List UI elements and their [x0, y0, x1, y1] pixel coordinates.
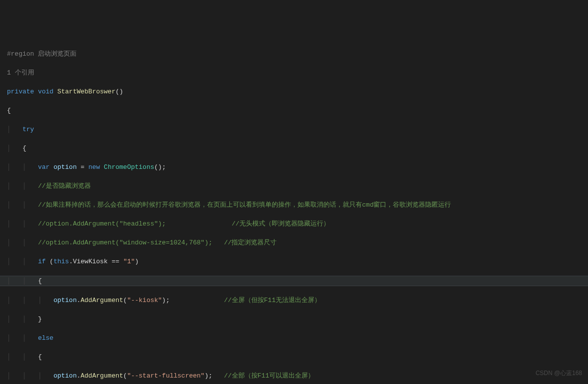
line-option-decl: │ │ var option = new ChromeOptions(); [0, 162, 588, 172]
line-if-brace: │ │ { [0, 276, 588, 286]
line-region: #region 启动浏览页面 [0, 49, 588, 59]
line-else: │ │ else [0, 333, 588, 343]
line-if-close: │ │ } [0, 314, 588, 324]
line-comment-headless: │ │ //option.AddArgument("headless"); //… [0, 219, 588, 229]
line-try: │ try [0, 125, 588, 134]
line-method-sig: private void StartWebBroswer() [0, 87, 588, 96]
line-fullscreen: │ │ │ option.AddArgument("--start-fullsc… [0, 371, 588, 381]
code-editor[interactable]: #region 启动浏览页面 1 个引用 private void StartW… [0, 40, 588, 384]
line-comment-winsize: │ │ //option.AddArgument("window-size=10… [0, 238, 588, 247]
line-comment-explain: │ │ //如果注释掉的话，那么会在启动的时候打开谷歌浏览器，在页面上可以看到填… [0, 200, 588, 210]
line-if: │ │ if (this.ViewKiosk == "1") [0, 257, 588, 266]
line-references[interactable]: 1 个引用 [0, 68, 588, 77]
line-try-brace: │ { [0, 144, 588, 153]
line-kiosk: │ │ │ option.AddArgument("--kiosk"); //全… [0, 296, 588, 305]
watermark: CSDN @心蓝168 [535, 369, 582, 378]
line-else-brace: │ │ { [0, 352, 588, 362]
line-brace-open: { [0, 106, 588, 115]
line-comment-hide: │ │ //是否隐藏浏览器 [0, 181, 588, 191]
